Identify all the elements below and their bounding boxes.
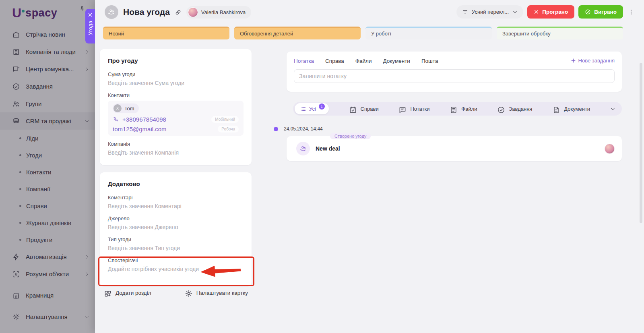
- stage-label: У роботі: [371, 31, 391, 37]
- lost-button-label: Програно: [542, 9, 568, 15]
- contact-email-row: tom125@gmail.com Робоча: [113, 126, 239, 132]
- timeline-date-row: 24.05.2024, 14:44: [274, 126, 323, 132]
- field-label-source: Джерело: [108, 215, 244, 221]
- tab-mail[interactable]: Пошта: [421, 58, 438, 64]
- timeline-dot-icon: [274, 127, 278, 131]
- phone-icon: [113, 116, 119, 122]
- timeline-event-card[interactable]: Створено угоду New deal: [287, 136, 622, 161]
- event-body: New deal: [287, 136, 622, 161]
- plus-icon: [571, 58, 576, 63]
- stage-finish[interactable]: Завершити обробку: [497, 27, 623, 39]
- stage-label: Обговорення деталей: [240, 31, 293, 37]
- tab-activity[interactable]: Справа: [325, 58, 344, 64]
- note-input[interactable]: [294, 69, 615, 83]
- field-comments[interactable]: Введіть значення Коментарі: [108, 203, 244, 209]
- stage-label: Завершити обробку: [502, 31, 551, 37]
- check-circle-icon: [497, 106, 505, 112]
- filter-activities[interactable]: Справи: [349, 106, 379, 112]
- x-icon: [534, 9, 539, 14]
- page-title: Нова угода: [123, 7, 170, 17]
- field-label-company: Компанія: [108, 141, 244, 147]
- copy-link-icon[interactable]: [175, 9, 182, 16]
- check-circle-icon: [585, 9, 591, 15]
- filterbar-chevron-down-icon[interactable]: [610, 106, 615, 112]
- calendar-icon: [349, 106, 357, 112]
- filter-label: Справи: [361, 106, 379, 112]
- filter-all-label: Усі: [309, 106, 316, 112]
- funnel-icon: [462, 9, 468, 15]
- add-section-icon: [104, 290, 112, 296]
- filter-label: Файли: [461, 106, 477, 112]
- event-type-badge: Створено угоду: [330, 133, 371, 139]
- deal-panel: Нова угода Valeriia Bashkirova Усний пер…: [95, 0, 644, 333]
- lost-button[interactable]: Програно: [527, 5, 574, 19]
- field-deal-type[interactable]: Введіть значення Тип угоди: [108, 245, 244, 251]
- email-type-badge: Робоча: [218, 126, 239, 132]
- tab-note[interactable]: Нотатка: [294, 58, 314, 64]
- tab-files[interactable]: Файли: [355, 58, 372, 64]
- scrollbar-thumb[interactable]: [640, 63, 642, 223]
- deal-panel-tab[interactable]: Угода: [85, 9, 95, 43]
- field-label-comments: Коментарі: [108, 194, 244, 201]
- timeline-timestamp: 24.05.2024, 14:44: [284, 126, 323, 132]
- add-section-button[interactable]: Додати розділ: [104, 290, 151, 296]
- composer-card: Нотатка Справа Файли Документи Пошта Нов…: [287, 52, 622, 92]
- field-amount[interactable]: Введіть значення Сума угоди: [108, 80, 244, 86]
- note-bubble-icon: [398, 106, 407, 112]
- won-button[interactable]: Виграно: [578, 5, 623, 19]
- stage-discussion[interactable]: Обговорення деталей: [234, 27, 361, 39]
- won-button-label: Виграно: [594, 9, 617, 15]
- filter-notes[interactable]: Нотатки: [398, 106, 429, 112]
- contact-chip[interactable]: Tom: [113, 103, 139, 113]
- more-menu-icon[interactable]: [627, 9, 635, 15]
- stage-label: Новий: [109, 31, 124, 37]
- assignee-name: Valeriia Bashkirova: [201, 9, 246, 15]
- event-title: New deal: [316, 145, 599, 152]
- filter-files[interactable]: Файли: [450, 106, 477, 112]
- document-icon: [552, 106, 560, 112]
- filter-documents[interactable]: Документи: [552, 106, 590, 112]
- avatar: [188, 7, 198, 17]
- avatar: [605, 144, 615, 154]
- contact-phone-value: +380967854098: [122, 116, 166, 123]
- pipeline-select[interactable]: Усний перекл...: [456, 5, 523, 19]
- tab-documents[interactable]: Документи: [383, 58, 410, 64]
- modal-dim-overlay[interactable]: [0, 0, 95, 333]
- contact-avatar-icon: [114, 104, 122, 112]
- sidebar: Uspacy Стрічка новин Компанія та люди Це…: [0, 0, 95, 333]
- new-task-label: Нове завдання: [578, 58, 615, 64]
- field-label-contacts: Контакти: [108, 92, 244, 98]
- card-title: Про угоду: [108, 57, 244, 64]
- configure-card-button[interactable]: Налаштувати картку: [185, 290, 248, 296]
- gear-icon: [185, 290, 193, 296]
- field-label-observers: Спостерігачі: [108, 257, 244, 263]
- contact-phone-row: +380967854098 Мобільний: [113, 116, 239, 123]
- field-label-deal-type: Тип угоди: [108, 236, 244, 242]
- field-label-amount: Сума угоди: [108, 71, 244, 77]
- assignee-chip[interactable]: Valeriia Bashkirova: [186, 6, 251, 19]
- filter-all[interactable]: Усі 1: [295, 103, 329, 114]
- filter-tasks[interactable]: Завдання: [497, 106, 532, 112]
- composer-tabs: Нотатка Справа Файли Документи Пошта Нов…: [294, 58, 615, 64]
- card-title: Додатково: [108, 180, 244, 187]
- close-icon[interactable]: [88, 12, 93, 17]
- contact-email[interactable]: tom125@gmail.com: [113, 126, 167, 132]
- phone-type-badge: Мобільний: [211, 116, 239, 123]
- new-task-button[interactable]: Нове завдання: [571, 58, 615, 64]
- field-source[interactable]: Введіть значення Джерело: [108, 224, 244, 230]
- filter-label: Документи: [564, 106, 590, 112]
- stage-in-progress[interactable]: У роботі: [365, 27, 492, 39]
- deal-header: Нова угода Valeriia Bashkirova: [105, 5, 251, 19]
- about-deal-card: Про угоду Сума угоди Введіть значення Су…: [100, 49, 252, 165]
- field-company[interactable]: Введіть значення Компанія: [108, 149, 244, 156]
- contact-phone[interactable]: +380967854098: [113, 116, 166, 123]
- timeline-filterbar: Усі 1 Справи Нотатки Файли Завдання Доку…: [293, 102, 622, 116]
- chevron-down-icon: [512, 9, 518, 14]
- deal-event-icon: [296, 142, 310, 155]
- filter-label: Нотатки: [410, 106, 429, 112]
- filter-count-badge: 1: [319, 103, 325, 110]
- contact-name: Tom: [124, 105, 134, 112]
- stage-new[interactable]: Новий: [103, 27, 229, 39]
- contact-email-value: tom125@gmail.com: [113, 126, 167, 132]
- card-footer-actions: Додати розділ Налаштувати картку: [104, 290, 248, 296]
